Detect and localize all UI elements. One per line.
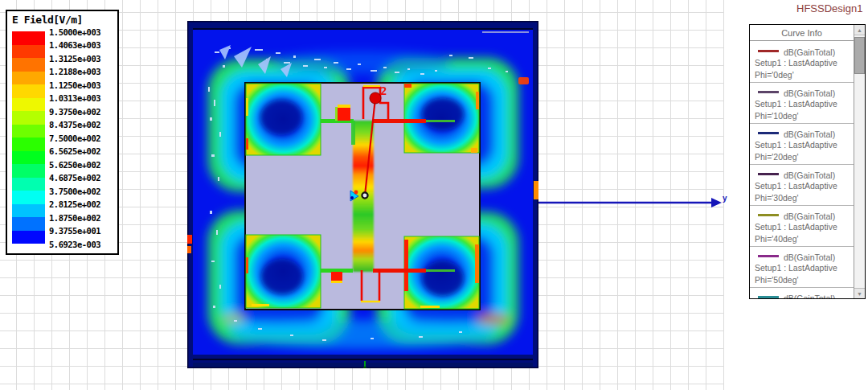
curve-entry: dB(GainTotal)Setup1 : LastAdaptivePhi='4…	[750, 205, 854, 246]
feed-point-marker	[362, 192, 367, 198]
curve-setup: Setup1 : LastAdaptive	[753, 262, 852, 274]
curve-entry: dB(GainTotal)Setup1 : LastAdaptivePhi='2…	[750, 123, 854, 164]
efield-color-band	[12, 125, 45, 138]
curve-info-panel: Curve Info dB(GainTotal)Setup1 : LastAda…	[749, 24, 866, 299]
efield-scale-value: 5.6923e-003	[49, 240, 100, 249]
efield-color-band	[12, 217, 45, 231]
efield-scale-value: 2.8125e+002	[49, 200, 100, 209]
curve-name: dB(GainTotal)	[784, 129, 835, 139]
curve-color-swatch	[758, 173, 779, 175]
efield-color-band	[12, 111, 45, 125]
curve-name: dB(GainTotal)	[784, 252, 835, 262]
efield-color-band	[12, 84, 45, 98]
efield-scale-value: 5.6250e+002	[49, 161, 100, 170]
curve-entry: dB(GainTotal)Setup1 : LastAdaptivePhi='5…	[750, 246, 854, 287]
efield-scale-value: 8.4375e+002	[49, 121, 100, 129]
efield-color-band	[12, 204, 45, 218]
curve-entry: dB(GainTotal)Setup1 : LastAdaptivePhi='3…	[750, 164, 854, 205]
curve-setup: Setup1 : LastAdaptive	[753, 221, 852, 233]
efield-scale-value: 4.6875e+002	[49, 174, 100, 183]
curve-entry: dB(GainTotal)Setup1 : LastAdaptivePhi='1…	[750, 82, 854, 123]
efield-scale-value: 3.7500e+002	[49, 187, 100, 196]
curve-info-header: Curve Info	[750, 25, 854, 41]
efield-scale-value: 1.4063e+003	[49, 41, 100, 50]
efield-color-band	[12, 45, 45, 59]
efield-color-band	[12, 231, 45, 244]
curve-setup: Setup1 : LastAdaptive	[753, 139, 852, 151]
design-title: HFSSDesign1	[796, 2, 867, 14]
curve-phi: Phi='0deg'	[753, 69, 852, 81]
curve-info-scrollbar[interactable]: ▲ ▼	[854, 25, 865, 298]
curve-entry: dB(GainTotal)	[750, 287, 854, 298]
curve-name: dB(GainTotal)	[784, 211, 835, 221]
efield-scale-value: 9.3750e+002	[49, 108, 100, 117]
efield-scale-value: 9.3755e+001	[49, 227, 100, 236]
efield-scale-title: E Field[V/m]	[7, 11, 117, 26]
curve-color-swatch	[758, 91, 779, 93]
curve-name: dB(GainTotal)	[784, 47, 835, 57]
curve-setup: Setup1 : LastAdaptive	[753, 57, 852, 69]
efield-color-band	[12, 72, 45, 85]
efield-color-band	[12, 191, 45, 204]
efield-scale-value: 1.5000e+003	[49, 28, 100, 37]
efield-color-band	[12, 151, 45, 165]
efield-3d-plot[interactable]: 2	[187, 21, 538, 368]
curve-setup: Setup1 : LastAdaptive	[753, 98, 852, 110]
efield-scale-value: 1.2188e+003	[49, 68, 100, 76]
efield-scale-value: 1.8750e+002	[49, 214, 100, 223]
curve-color-swatch	[758, 255, 779, 257]
efield-scale-value: 6.5625e+002	[49, 147, 100, 156]
y-axis-arrow: y	[534, 194, 731, 211]
efield-color-band	[12, 164, 45, 178]
port-label: 2	[380, 84, 387, 97]
efield-color-band	[12, 31, 45, 45]
efield-color-band	[12, 138, 45, 151]
efield-scale-legend: E Field[V/m] 1.5000e+0031.4063e+0031.312…	[6, 10, 119, 255]
y-axis-label: y	[723, 194, 727, 203]
efield-color-band	[12, 58, 45, 72]
curve-color-swatch	[758, 296, 779, 298]
curve-color-swatch	[758, 214, 779, 216]
scroll-down-icon[interactable]: ▼	[854, 288, 865, 298]
scrollbar-thumb[interactable]	[854, 37, 865, 74]
efield-scale-value: 1.3125e+003	[49, 55, 100, 64]
curve-entry: dB(GainTotal)Setup1 : LastAdaptivePhi='0…	[750, 42, 854, 82]
efield-color-band	[12, 98, 45, 112]
efield-scale-value: 7.5000e+002	[49, 134, 100, 143]
efield-color-band	[12, 178, 45, 191]
curve-name: dB(GainTotal)	[784, 170, 835, 180]
curve-phi: Phi='20deg'	[753, 151, 852, 163]
curve-setup: Setup1 : LastAdaptive	[753, 180, 852, 192]
curve-name: dB(GainTotal)	[784, 294, 835, 298]
curve-phi: Phi='10deg'	[753, 110, 852, 122]
curve-info-list: dB(GainTotal)Setup1 : LastAdaptivePhi='0…	[750, 42, 854, 298]
curve-color-swatch	[758, 132, 779, 134]
port-marker[interactable]	[370, 92, 381, 104]
scroll-up-icon[interactable]: ▲	[854, 25, 865, 35]
curve-phi: Phi='50deg'	[753, 274, 852, 286]
efield-scale-value: 1.1250e+003	[49, 81, 100, 90]
curve-phi: Phi='30deg'	[753, 192, 852, 204]
curve-phi: Phi='40deg'	[753, 233, 852, 245]
efield-scale-value: 1.0313e+003	[49, 94, 100, 103]
efield-color-bar	[12, 31, 45, 244]
curve-name: dB(GainTotal)	[784, 88, 835, 98]
curve-color-swatch	[758, 50, 779, 52]
